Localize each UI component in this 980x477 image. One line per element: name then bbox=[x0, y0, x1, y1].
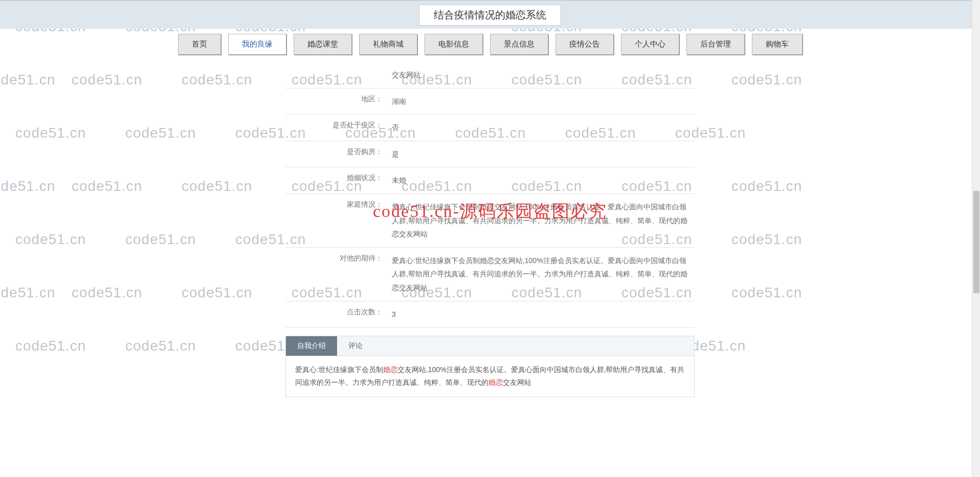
profile-row-family: 家庭情况： 爱真心:世纪佳缘旗下会员制婚恋交友网站,100%注册会员实名认证。爱… bbox=[285, 194, 695, 248]
watermark: code51.cn bbox=[731, 231, 802, 248]
profile-row-region: 地区： 湖南 bbox=[285, 89, 695, 115]
scrollbar-thumb[interactable] bbox=[973, 191, 979, 293]
profile-label: 地区： bbox=[289, 95, 392, 109]
nav-epidemic-notice[interactable]: 疫情公告 bbox=[555, 34, 614, 55]
tab-body-self-intro: 爱真心:世纪佳缘旗下会员制婚恋交友网站,100%注册会员实名认证。爱真心面向中国… bbox=[286, 356, 694, 396]
tab-comments[interactable]: 评论 bbox=[337, 336, 374, 356]
watermark: code51.cn bbox=[72, 72, 142, 88]
watermark: code51.cn bbox=[15, 338, 86, 354]
profile-label bbox=[289, 68, 392, 82]
intro-highlight: 婚恋 bbox=[383, 365, 397, 374]
header-bar: 结合疫情情况的婚恋系统 bbox=[0, 0, 980, 29]
nav-admin[interactable]: 后台管理 bbox=[686, 34, 745, 55]
profile-label: 对他的期待： bbox=[289, 254, 392, 295]
watermark: code51.cn bbox=[125, 125, 196, 141]
profile-value: 爱真心:世纪佳缘旗下会员制婚恋交友网站,100%注册会员实名认证。爱真心面向中国… bbox=[392, 254, 691, 295]
profile-value: 是 bbox=[392, 147, 691, 161]
intro-text: 爱真心:世纪佳缘旗下会员制 bbox=[295, 365, 383, 374]
watermark: code51.cn bbox=[125, 231, 196, 248]
profile-row-marital: 婚姻状况： 未婚 bbox=[285, 167, 695, 194]
nav-cart[interactable]: 购物车 bbox=[752, 34, 803, 55]
profile-label: 点击次数： bbox=[289, 308, 392, 321]
profile-value: 交友网站 bbox=[392, 68, 691, 82]
watermark: code51.cn bbox=[731, 72, 802, 88]
tab-self-intro[interactable]: 自我介绍 bbox=[286, 336, 337, 356]
profile-table: 交友网站 地区： 湖南 是否处于疫区： 否 是否购房： 是 婚姻状况： 未婚 家… bbox=[285, 62, 695, 328]
profile-row-house: 是否购房： 是 bbox=[285, 141, 695, 168]
watermark: code51.cn bbox=[182, 285, 252, 301]
watermark: code51.cn bbox=[182, 178, 252, 194]
profile-label: 是否购房： bbox=[289, 147, 392, 161]
profile-label: 婚姻状况： bbox=[289, 174, 392, 187]
watermark: code51.cn bbox=[72, 178, 142, 194]
nav-gift-shop[interactable]: 礼物商城 bbox=[359, 34, 417, 55]
nav-love-class[interactable]: 婚恋课堂 bbox=[294, 34, 352, 55]
nav-movie-info[interactable]: 电影信息 bbox=[425, 34, 483, 55]
page-title: 结合疫情情况的婚恋系统 bbox=[419, 5, 561, 26]
watermark: code51.cn bbox=[182, 72, 252, 88]
detail-tabs: 自我介绍 评论 爱真心:世纪佳缘旗下会员制婚恋交友网站,100%注册会员实名认证… bbox=[285, 336, 695, 397]
profile-value: 否 bbox=[392, 121, 691, 135]
profile-row-intro-tail: 交友网站 bbox=[285, 62, 695, 89]
nav-home[interactable]: 首页 bbox=[178, 34, 221, 55]
watermark: code51.cn bbox=[731, 285, 802, 301]
profile-row-hits: 点击次数： 3 bbox=[285, 301, 695, 328]
watermark: code51.cn bbox=[125, 338, 196, 354]
vertical-scrollbar[interactable] bbox=[972, 0, 980, 477]
profile-value: 爱真心:世纪佳缘旗下会员制婚恋交友网站,100%注册会员实名认证。爱真心面向中国… bbox=[392, 200, 691, 241]
watermark: code51.cn bbox=[15, 125, 86, 141]
profile-label: 是否处于疫区： bbox=[289, 121, 392, 135]
profile-row-epidemic-area: 是否处于疫区： 否 bbox=[285, 115, 695, 141]
profile-panel: 交友网站 地区： 湖南 是否处于疫区： 否 是否购房： 是 婚姻状况： 未婚 家… bbox=[285, 62, 695, 328]
nav-my-match[interactable]: 我的良缘 bbox=[228, 34, 286, 55]
profile-value: 未婚 bbox=[392, 174, 691, 187]
intro-highlight: 婚恋 bbox=[488, 378, 503, 386]
profile-value: 3 bbox=[392, 308, 691, 321]
profile-value: 湖南 bbox=[392, 95, 691, 109]
watermark: code51.cn bbox=[0, 285, 55, 301]
tabs-bar: 自我介绍 评论 bbox=[286, 336, 694, 356]
intro-text: 交友网站 bbox=[503, 378, 531, 386]
watermark: code51.cn bbox=[731, 178, 802, 194]
main-nav: 首页 我的良缘 婚恋课堂 礼物商城 电影信息 景点信息 疫情公告 个人中心 后台… bbox=[0, 34, 980, 55]
nav-spot-info[interactable]: 景点信息 bbox=[490, 34, 548, 55]
watermark: code51.cn bbox=[0, 178, 55, 194]
nav-user-center[interactable]: 个人中心 bbox=[621, 34, 679, 55]
profile-label: 家庭情况： bbox=[289, 200, 392, 241]
watermark: code51.cn bbox=[0, 72, 55, 88]
profile-row-expectation: 对他的期待： 爱真心:世纪佳缘旗下会员制婚恋交友网站,100%注册会员实名认证。… bbox=[285, 248, 695, 301]
watermark: code51.cn bbox=[72, 285, 142, 301]
watermark: code51.cn bbox=[15, 231, 86, 248]
